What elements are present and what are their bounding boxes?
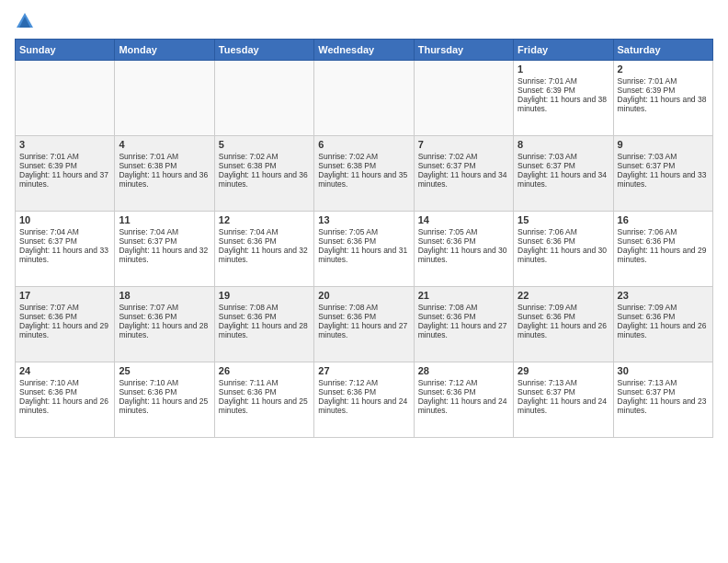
day-number: 6	[318, 139, 409, 150]
cell-info: Daylight: 11 hours and 33 minutes.	[19, 246, 110, 264]
calendar-cell: 11Sunrise: 7:04 AMSunset: 6:37 PMDayligh…	[115, 212, 214, 287]
calendar-cell: 23Sunrise: 7:09 AMSunset: 6:36 PMDayligh…	[613, 287, 712, 362]
cell-info: Sunset: 6:36 PM	[318, 312, 409, 321]
cell-info: Daylight: 11 hours and 28 minutes.	[219, 321, 310, 339]
cell-info: Sunrise: 7:03 AM	[518, 152, 609, 161]
cell-info: Sunset: 6:36 PM	[618, 236, 709, 246]
calendar-cell	[16, 61, 115, 136]
cell-info: Daylight: 11 hours and 34 minutes.	[518, 170, 609, 189]
cell-info: Daylight: 11 hours and 30 minutes.	[518, 246, 609, 264]
calendar-cell: 14Sunrise: 7:05 AMSunset: 6:36 PMDayligh…	[414, 212, 513, 287]
week-row-2: 3Sunrise: 7:01 AMSunset: 6:39 PMDaylight…	[16, 136, 713, 212]
cell-info: Sunrise: 7:05 AM	[418, 227, 509, 236]
cell-info: Sunset: 6:38 PM	[318, 161, 409, 170]
cell-info: Sunrise: 7:05 AM	[318, 227, 409, 236]
cell-info: Sunrise: 7:10 AM	[119, 378, 210, 387]
col-header-friday: Friday	[514, 40, 613, 61]
calendar-cell: 15Sunrise: 7:06 AMSunset: 6:36 PMDayligh…	[514, 212, 613, 287]
cell-info: Sunrise: 7:09 AM	[518, 303, 609, 312]
cell-info: Sunrise: 7:13 AM	[618, 378, 709, 387]
day-number: 14	[418, 214, 509, 225]
cell-info: Sunset: 6:38 PM	[119, 161, 210, 170]
cell-info: Sunrise: 7:04 AM	[119, 227, 210, 236]
cell-info: Sunset: 6:37 PM	[618, 161, 709, 170]
cell-info: Sunrise: 7:01 AM	[618, 76, 709, 86]
cell-info: Daylight: 11 hours and 24 minutes.	[518, 396, 609, 415]
cell-info: Sunset: 6:36 PM	[19, 312, 110, 321]
logo	[15, 11, 39, 31]
day-number: 15	[518, 214, 609, 225]
calendar-cell: 27Sunrise: 7:12 AMSunset: 6:36 PMDayligh…	[314, 362, 414, 438]
header	[15, 11, 713, 31]
cell-info: Daylight: 11 hours and 35 minutes.	[318, 170, 409, 189]
cell-info: Daylight: 11 hours and 32 minutes.	[219, 246, 310, 264]
cell-info: Sunset: 6:37 PM	[518, 387, 609, 396]
calendar-cell: 7Sunrise: 7:02 AMSunset: 6:37 PMDaylight…	[414, 136, 513, 212]
calendar-cell: 19Sunrise: 7:08 AMSunset: 6:36 PMDayligh…	[214, 287, 313, 362]
day-number: 17	[19, 290, 110, 301]
cell-info: Sunset: 6:36 PM	[119, 312, 210, 321]
cell-info: Sunset: 6:38 PM	[219, 161, 310, 170]
day-number: 23	[618, 290, 709, 301]
cell-info: Sunrise: 7:10 AM	[19, 378, 110, 387]
cell-info: Daylight: 11 hours and 29 minutes.	[19, 321, 110, 339]
day-number: 24	[19, 365, 110, 376]
day-number: 29	[518, 365, 609, 376]
calendar-cell	[414, 61, 513, 136]
cell-info: Daylight: 11 hours and 29 minutes.	[618, 246, 709, 264]
calendar-cell: 6Sunrise: 7:02 AMSunset: 6:38 PMDaylight…	[314, 136, 414, 212]
calendar-cell: 30Sunrise: 7:13 AMSunset: 6:37 PMDayligh…	[613, 362, 712, 438]
cell-info: Daylight: 11 hours and 36 minutes.	[219, 170, 310, 189]
calendar-table: SundayMondayTuesdayWednesdayThursdayFrid…	[15, 39, 713, 438]
col-header-thursday: Thursday	[414, 40, 513, 61]
calendar-cell: 9Sunrise: 7:03 AMSunset: 6:37 PMDaylight…	[613, 136, 712, 212]
calendar-cell: 28Sunrise: 7:12 AMSunset: 6:36 PMDayligh…	[414, 362, 513, 438]
calendar-cell: 20Sunrise: 7:08 AMSunset: 6:36 PMDayligh…	[314, 287, 414, 362]
cell-info: Sunrise: 7:07 AM	[19, 303, 110, 312]
calendar-cell: 24Sunrise: 7:10 AMSunset: 6:36 PMDayligh…	[16, 362, 115, 438]
cell-info: Sunrise: 7:13 AM	[518, 378, 609, 387]
calendar-cell: 8Sunrise: 7:03 AMSunset: 6:37 PMDaylight…	[514, 136, 613, 212]
day-number: 3	[19, 139, 110, 150]
cell-info: Sunset: 6:37 PM	[19, 236, 110, 246]
cell-info: Daylight: 11 hours and 27 minutes.	[418, 321, 509, 339]
cell-info: Daylight: 11 hours and 25 minutes.	[119, 396, 210, 415]
page: SundayMondayTuesdayWednesdayThursdayFrid…	[0, 0, 728, 449]
day-number: 9	[618, 139, 709, 150]
cell-info: Sunset: 6:37 PM	[518, 161, 609, 170]
day-number: 13	[318, 214, 409, 225]
day-number: 12	[219, 214, 310, 225]
calendar-cell: 5Sunrise: 7:02 AMSunset: 6:38 PMDaylight…	[214, 136, 313, 212]
cell-info: Daylight: 11 hours and 34 minutes.	[418, 170, 509, 189]
day-number: 5	[219, 139, 310, 150]
calendar-cell: 12Sunrise: 7:04 AMSunset: 6:36 PMDayligh…	[214, 212, 313, 287]
week-row-3: 10Sunrise: 7:04 AMSunset: 6:37 PMDayligh…	[16, 212, 713, 287]
col-header-monday: Monday	[115, 40, 214, 61]
cell-info: Sunset: 6:36 PM	[219, 387, 310, 396]
cell-info: Sunset: 6:36 PM	[19, 387, 110, 396]
day-number: 1	[518, 63, 609, 75]
cell-info: Sunset: 6:37 PM	[119, 236, 210, 246]
calendar-cell: 17Sunrise: 7:07 AMSunset: 6:36 PMDayligh…	[16, 287, 115, 362]
calendar-cell: 26Sunrise: 7:11 AMSunset: 6:36 PMDayligh…	[214, 362, 313, 438]
col-header-tuesday: Tuesday	[214, 40, 313, 61]
cell-info: Daylight: 11 hours and 24 minutes.	[318, 396, 409, 415]
cell-info: Daylight: 11 hours and 31 minutes.	[318, 246, 409, 264]
cell-info: Sunset: 6:37 PM	[618, 387, 709, 396]
day-number: 27	[318, 365, 409, 376]
calendar-cell: 4Sunrise: 7:01 AMSunset: 6:38 PMDaylight…	[115, 136, 214, 212]
week-row-1: 1Sunrise: 7:01 AMSunset: 6:39 PMDaylight…	[16, 61, 713, 136]
day-number: 7	[418, 139, 509, 150]
day-number: 16	[618, 214, 709, 225]
cell-info: Daylight: 11 hours and 25 minutes.	[219, 396, 310, 415]
calendar-cell: 2Sunrise: 7:01 AMSunset: 6:39 PMDaylight…	[613, 61, 712, 136]
cell-info: Sunset: 6:36 PM	[418, 312, 509, 321]
week-row-4: 17Sunrise: 7:07 AMSunset: 6:36 PMDayligh…	[16, 287, 713, 362]
calendar-cell: 18Sunrise: 7:07 AMSunset: 6:36 PMDayligh…	[115, 287, 214, 362]
cell-info: Sunset: 6:36 PM	[219, 312, 310, 321]
cell-info: Sunrise: 7:12 AM	[418, 378, 509, 387]
cell-info: Sunset: 6:36 PM	[518, 312, 609, 321]
cell-info: Daylight: 11 hours and 33 minutes.	[618, 170, 709, 189]
cell-info: Sunset: 6:39 PM	[518, 86, 609, 95]
day-number: 2	[618, 63, 709, 75]
